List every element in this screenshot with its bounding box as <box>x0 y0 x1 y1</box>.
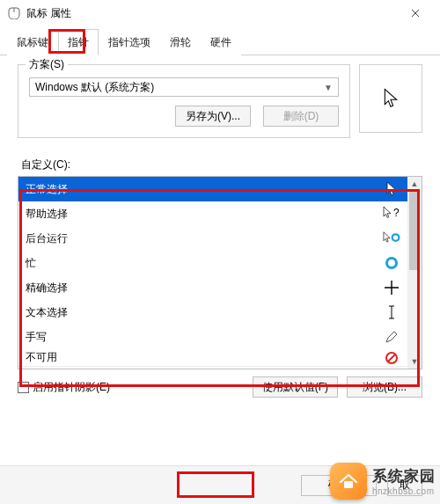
working-cursor-icon <box>383 230 400 247</box>
svg-point-2 <box>392 234 400 241</box>
arrow-cursor-icon <box>383 180 400 198</box>
scroll-track[interactable] <box>407 191 422 354</box>
cursor-name: 精确选择 <box>26 281 68 296</box>
cursor-preview <box>359 64 422 133</box>
titlebar: 鼠标 属性 <box>0 0 440 26</box>
cursor-name: 正常选择 <box>26 182 68 197</box>
tab-wheel[interactable]: 滑轮 <box>160 29 201 55</box>
button-label: 确定 <box>328 478 349 493</box>
list-item[interactable]: 帮助选择 ? <box>18 201 407 226</box>
busy-cursor-icon <box>383 254 400 272</box>
list-item[interactable]: 正常选择 <box>18 177 407 201</box>
mouse-properties-dialog: 鼠标 属性 鼠标键 指针 指针选项 滑轮 硬件 方案(S) Windows 默认… <box>0 0 440 504</box>
tab-buttons[interactable]: 鼠标键 <box>7 29 58 55</box>
cursor-name: 帮助选择 <box>26 207 68 222</box>
scroll-down-icon[interactable]: ▼ <box>407 354 422 369</box>
list-item[interactable]: 忙 <box>18 251 407 275</box>
tab-label: 滑轮 <box>170 36 191 48</box>
list-item[interactable]: 精确选择 <box>18 275 407 300</box>
checkbox-label: 启用指针阴影(E) <box>33 381 110 393</box>
tab-pointers[interactable]: 指针 <box>58 29 99 55</box>
list-item[interactable]: 后台运行 <box>18 226 407 251</box>
delete-button: 删除(D) <box>263 106 339 127</box>
tab-content: 方案(S) Windows 默认 (系统方案) ▼ 另存为(V)... 删除(D… <box>0 55 440 465</box>
tab-label: 鼠标键 <box>17 36 48 48</box>
cursor-name: 忙 <box>26 256 36 271</box>
button-label: 删除(D) <box>283 109 319 124</box>
help-cursor-icon: ? <box>383 205 400 223</box>
cursor-list-inner: 正常选择 帮助选择 ? 后台运行 忙 精确选择 <box>18 177 407 369</box>
ibeam-cursor-icon <box>383 303 400 321</box>
use-default-button[interactable]: 使用默认值(F) <box>253 376 338 398</box>
cursor-listbox[interactable]: 正常选择 帮助选择 ? 后台运行 忙 精确选择 <box>18 176 422 369</box>
save-as-button[interactable]: 另存为(V)... <box>175 106 251 127</box>
customize-label: 自定义(C): <box>21 157 422 172</box>
scrollbar[interactable]: ▲ ▼ <box>407 177 422 369</box>
chevron-down-icon: ▼ <box>324 83 333 92</box>
mouse-icon <box>7 6 21 20</box>
button-label: 取 <box>400 478 410 493</box>
window-title: 鼠标 属性 <box>26 6 398 21</box>
button-label: 浏览(B)... <box>363 380 407 395</box>
tab-pointer-options[interactable]: 指针选项 <box>99 29 160 55</box>
browse-button[interactable]: 浏览(B)... <box>347 376 422 398</box>
svg-text:?: ? <box>393 207 400 219</box>
scheme-group-label: 方案(S) <box>26 57 68 72</box>
button-label: 另存为(V)... <box>186 109 240 124</box>
scheme-group: 方案(S) Windows 默认 (系统方案) ▼ 另存为(V)... 删除(D… <box>18 64 350 138</box>
tab-label: 硬件 <box>210 36 231 48</box>
cancel-button[interactable]: 取 <box>387 475 422 496</box>
close-button[interactable] <box>398 1 433 26</box>
cursor-name: 不可用 <box>26 350 57 365</box>
list-item[interactable]: 文本选择 <box>18 300 407 325</box>
cursor-name: 手写 <box>26 330 47 345</box>
crosshair-cursor-icon <box>383 279 400 296</box>
checkbox-icon <box>18 382 29 393</box>
scheme-selected: Windows 默认 (系统方案) <box>35 80 154 95</box>
tab-hardware[interactable]: 硬件 <box>201 29 241 55</box>
button-label: 使用默认值(F) <box>262 380 328 395</box>
pen-cursor-icon <box>383 328 400 346</box>
list-item[interactable]: 手写 <box>18 325 407 349</box>
scroll-up-icon[interactable]: ▲ <box>407 177 422 191</box>
dialog-footer: 确定 取 <box>0 465 440 504</box>
tab-bar: 鼠标键 指针 指针选项 滑轮 硬件 <box>0 28 440 55</box>
no-cursor-icon <box>383 349 400 367</box>
scheme-combobox[interactable]: Windows 默认 (系统方案) ▼ <box>29 77 339 97</box>
svg-line-5 <box>388 354 395 362</box>
pointer-shadow-checkbox[interactable]: 启用指针阴影(E) <box>18 380 110 395</box>
cursor-name: 文本选择 <box>26 305 68 320</box>
tab-label: 指针 <box>68 36 89 48</box>
tab-label: 指针选项 <box>108 36 150 48</box>
scroll-thumb[interactable] <box>409 191 420 270</box>
svg-point-3 <box>387 259 397 268</box>
cursor-name: 后台运行 <box>26 231 68 246</box>
list-item[interactable]: 不可用 <box>18 349 407 367</box>
ok-button[interactable]: 确定 <box>301 475 377 496</box>
